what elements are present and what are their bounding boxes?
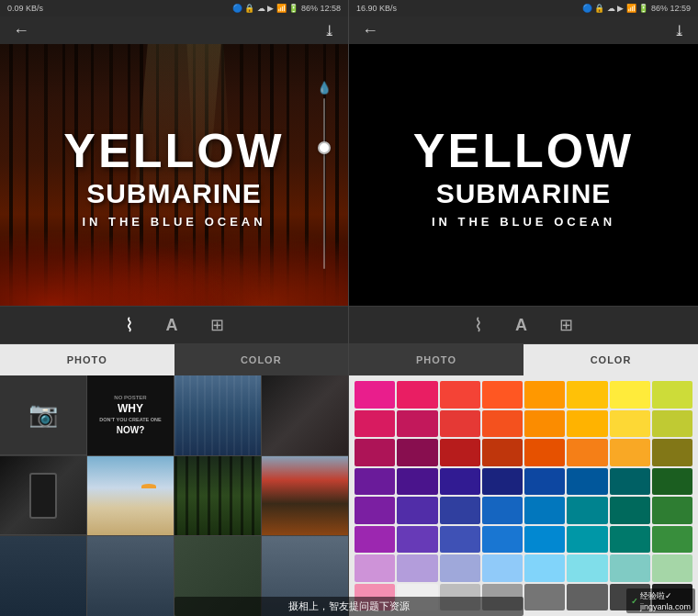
tab-color-left[interactable]: COLOR [174, 344, 349, 375]
color-cell[interactable] [524, 410, 565, 438]
layout-tool-right[interactable]: ⊞ [559, 315, 573, 335]
color-cell[interactable] [397, 526, 437, 554]
color-cell[interactable] [397, 410, 437, 438]
status-bar-right: 16.90 KB/s 🔵 🔒 ☁ ▶ 📶 🔋 86% 12:59 [349, 0, 698, 17]
color-cell[interactable] [397, 439, 437, 466]
color-cell[interactable] [610, 410, 650, 438]
color-cell[interactable] [482, 410, 523, 438]
color-cell[interactable] [440, 381, 480, 409]
photo-cell-waterfall[interactable] [174, 375, 261, 455]
photo-cell-hand[interactable] [262, 375, 348, 455]
color-cell[interactable] [482, 526, 523, 554]
color-cell[interactable] [355, 381, 395, 409]
color-cell[interactable] [397, 554, 437, 582]
color-cell[interactable] [482, 468, 523, 496]
color-cell[interactable] [652, 526, 692, 554]
slider-track[interactable] [323, 98, 325, 269]
color-cell[interactable] [397, 468, 437, 496]
color-cell[interactable] [567, 554, 607, 582]
color-cell[interactable] [524, 381, 565, 409]
slider-handle[interactable] [318, 141, 331, 154]
photo-thumb-extra[interactable] [0, 536, 86, 616]
color-cell[interactable] [652, 468, 692, 496]
color-cell[interactable] [440, 554, 480, 582]
back-button-right[interactable]: ← [362, 21, 378, 40]
photo-tool-right[interactable]: ⌇ [474, 314, 483, 336]
color-cell[interactable] [567, 526, 607, 554]
color-cell[interactable] [440, 439, 480, 466]
nav-header-left: ← ⤓ [0, 17, 348, 44]
color-cell[interactable] [567, 410, 607, 438]
color-cell[interactable] [652, 439, 692, 466]
small-title-left: IN THE BLUE OCEAN [0, 214, 348, 228]
color-cell[interactable] [610, 526, 650, 554]
color-cell[interactable] [610, 497, 650, 524]
layout-tool-left[interactable]: ⊞ [210, 315, 224, 335]
color-cell[interactable] [440, 468, 480, 496]
color-cell[interactable] [610, 439, 650, 466]
color-cell[interactable] [610, 468, 650, 496]
color-cell[interactable] [652, 381, 692, 409]
color-cell[interactable] [652, 554, 692, 582]
photo-cell-forest2[interactable] [174, 456, 261, 536]
color-cell[interactable] [524, 526, 565, 554]
photo-cell-paraglider[interactable] [87, 456, 174, 536]
nav-header-right: ← ⤓ [349, 17, 698, 44]
color-cell[interactable] [567, 468, 607, 496]
color-cell[interactable] [610, 554, 650, 582]
slider-drop-icon: 💧 [317, 81, 332, 95]
color-cell[interactable] [482, 381, 523, 409]
color-cell[interactable] [567, 497, 607, 524]
color-cell[interactable] [355, 468, 395, 496]
color-cell[interactable] [524, 468, 565, 496]
photo-cell-empty1[interactable] [87, 536, 174, 616]
photo-cell-bridge[interactable] [262, 456, 348, 536]
status-speed-right: 16.90 KB/s [356, 4, 397, 13]
color-cell[interactable] [567, 584, 607, 611]
back-button-left[interactable]: ← [13, 21, 29, 40]
watermark-check-icon: ✓ [631, 597, 638, 606]
color-cell[interactable] [610, 381, 650, 409]
color-cell[interactable] [482, 439, 523, 466]
color-cell[interactable] [524, 584, 565, 611]
color-cell[interactable] [524, 554, 565, 582]
color-cell[interactable] [440, 497, 480, 524]
color-cell[interactable] [482, 554, 523, 582]
main-title-right: YELLOW [349, 122, 698, 177]
tab-color-right[interactable]: COLOR [524, 344, 698, 375]
color-cell[interactable] [567, 439, 607, 466]
small-title-right: IN THE BLUE OCEAN [349, 214, 698, 228]
photo-grid-left: NO POSTER WHY DON'T YOU CREATE ONE NOW? [87, 375, 348, 616]
canvas-left: YELLOW SUBMARINE IN THE BLUE OCEAN 💧 [0, 44, 348, 306]
color-cell[interactable] [482, 497, 523, 524]
watermark-text: 经验啦✓jingyanla.com [640, 590, 691, 611]
color-cell[interactable] [440, 410, 480, 438]
color-cell[interactable] [440, 526, 480, 554]
color-cell[interactable] [355, 554, 395, 582]
color-cell[interactable] [355, 526, 395, 554]
canvas-text-left: YELLOW SUBMARINE IN THE BLUE OCEAN [0, 122, 348, 228]
download-button-left[interactable]: ⤓ [323, 22, 335, 39]
color-cell[interactable] [524, 439, 565, 466]
color-cell[interactable] [397, 381, 437, 409]
text-tool-right[interactable]: A [515, 316, 527, 335]
camera-button[interactable]: 📷 [0, 375, 86, 455]
color-cell[interactable] [355, 410, 395, 438]
photo-thumb-phone[interactable] [0, 456, 86, 536]
text-tool-left[interactable]: A [166, 316, 178, 335]
photo-tool-left[interactable]: ⌇ [125, 314, 134, 336]
color-cell[interactable] [355, 439, 395, 466]
tab-bar-left: PHOTO COLOR [0, 344, 348, 375]
tab-photo-right[interactable]: PHOTO [349, 344, 524, 375]
color-cell[interactable] [567, 381, 607, 409]
download-button-right[interactable]: ⤓ [673, 22, 685, 39]
color-cell[interactable] [524, 497, 565, 524]
photo-cell-poster[interactable]: NO POSTER WHY DON'T YOU CREATE ONE NOW? [87, 375, 174, 455]
color-cell[interactable] [652, 410, 692, 438]
tab-photo-left[interactable]: PHOTO [0, 344, 174, 375]
sub-title-right: SUBMARINE [349, 177, 698, 208]
toolbar-left: ⌇ A ⊞ [0, 306, 348, 344]
color-cell[interactable] [355, 497, 395, 524]
color-cell[interactable] [652, 497, 692, 524]
color-cell[interactable] [397, 497, 437, 524]
